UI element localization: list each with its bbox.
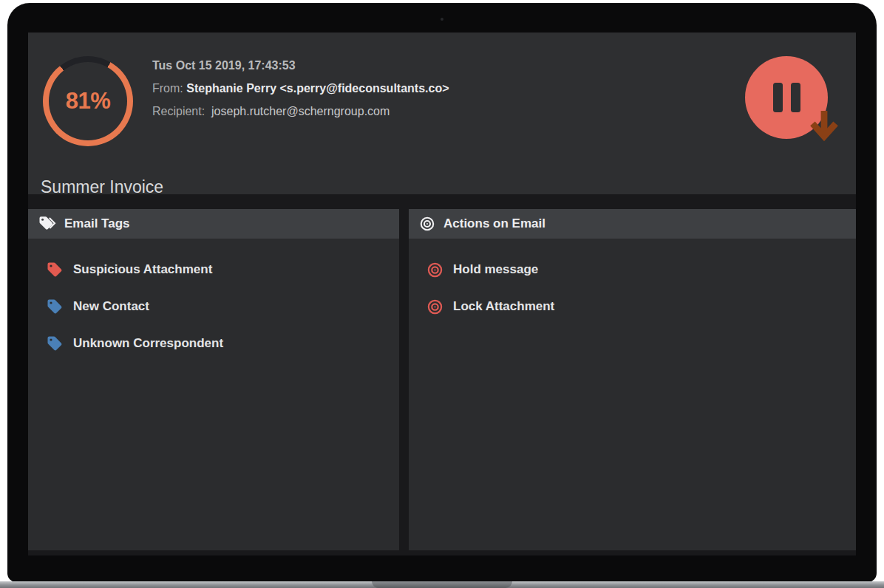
target-icon <box>426 261 443 278</box>
target-icon <box>426 298 443 315</box>
laptop-base-notch <box>372 581 512 588</box>
email-tags-panel-header: Email Tags <box>28 209 399 239</box>
action-item-label: Hold message <box>453 262 538 277</box>
risk-score-value: 81% <box>66 88 111 114</box>
tag-item-label: Unknown Correspondent <box>73 336 223 351</box>
from-label: From: <box>152 82 183 95</box>
pause-icon <box>791 83 800 112</box>
action-item-hold-message[interactable]: Hold message <box>409 251 856 288</box>
page: 81% Tus Oct 15 2019, 17:43:53 From: Step… <box>0 0 884 588</box>
from-value: Stephanie Perry <s.perry@fideconsultants… <box>186 82 449 95</box>
tag-item-new-contact[interactable]: New Contact <box>28 288 399 325</box>
action-item-lock-attachment[interactable]: Lock Attachment <box>409 288 856 325</box>
tag-item-label: New Contact <box>73 299 149 314</box>
action-item-label: Lock Attachment <box>453 299 554 314</box>
email-tags-title: Email Tags <box>64 216 130 231</box>
app-screen: 81% Tus Oct 15 2019, 17:43:53 From: Step… <box>28 33 856 555</box>
tag-icon <box>46 261 64 278</box>
email-tags-list: Suspicious Attachment New Contact <box>28 239 399 362</box>
tag-item-label: Suspicious Attachment <box>73 262 212 277</box>
target-icon <box>419 216 435 232</box>
pause-icon <box>773 83 783 112</box>
tag-icon <box>46 298 64 315</box>
tag-item-suspicious-attachment[interactable]: Suspicious Attachment <box>28 251 399 288</box>
tags-icon <box>38 215 56 233</box>
email-recipient-line: Recipient: joseph.rutcher@scherngroup.co… <box>152 100 449 123</box>
email-date: Tus Oct 15 2019, 17:43:53 <box>152 54 449 77</box>
tag-item-unknown-correspondent[interactable]: Unknown Correspondent <box>28 325 399 362</box>
email-tags-panel: Email Tags Suspicious Attachment <box>28 209 399 550</box>
recipient-label: Recipient: <box>152 105 205 117</box>
laptop-frame: 81% Tus Oct 15 2019, 17:43:53 From: Step… <box>7 3 877 582</box>
actions-list: Hold message Lock Attachment <box>409 239 856 325</box>
email-subject: Summer Invoice <box>41 177 163 197</box>
email-header-panel: 81% Tus Oct 15 2019, 17:43:53 From: Step… <box>28 33 856 194</box>
webcam-icon <box>441 18 443 21</box>
arrow-down-icon[interactable] <box>806 106 842 143</box>
email-from-line: From: Stephanie Perry <s.perry@fideconsu… <box>152 77 449 100</box>
actions-panel: Actions on Email Hold message <box>409 209 856 550</box>
recipient-value: joseph.rutcher@scherngroup.com <box>211 105 390 117</box>
actions-panel-header: Actions on Email <box>409 209 856 239</box>
risk-score-ring: 81% <box>43 56 133 146</box>
email-meta: Tus Oct 15 2019, 17:43:53 From: Stephani… <box>152 54 449 123</box>
tag-icon <box>46 335 64 352</box>
laptop-base <box>0 581 884 588</box>
actions-title: Actions on Email <box>443 216 545 231</box>
